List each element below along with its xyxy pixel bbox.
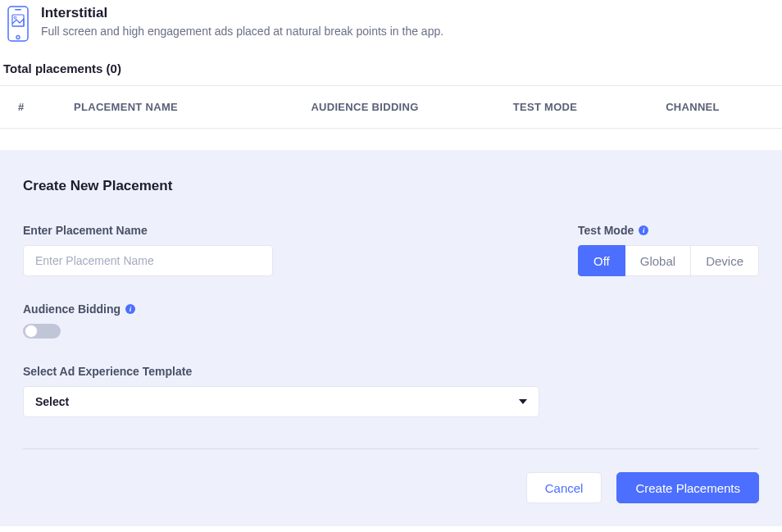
svg-point-4 bbox=[14, 16, 16, 19]
template-label: Select Ad Experience Template bbox=[23, 365, 759, 378]
placements-table: # PLACEMENT NAME AUDIENCE BIDDING TEST M… bbox=[0, 85, 782, 129]
placement-name-field-group: Enter Placement Name bbox=[23, 224, 273, 276]
audience-bidding-label-row: Audience Bidding i bbox=[23, 302, 759, 316]
template-field-group: Select Ad Experience Template Select bbox=[23, 365, 759, 417]
col-header-audience: AUDIENCE BIDDING bbox=[262, 101, 467, 113]
page-title: Interstitial bbox=[41, 5, 443, 21]
total-placements-label: Total placements (0) bbox=[0, 42, 782, 85]
page-header: Interstitial Full screen and high engage… bbox=[0, 0, 782, 42]
col-header-test: TEST MODE bbox=[467, 101, 623, 113]
create-placements-button[interactable]: Create Placements bbox=[616, 472, 759, 503]
test-mode-label: Test Mode bbox=[578, 224, 634, 237]
info-icon[interactable]: i bbox=[639, 225, 648, 235]
audience-bidding-label: Audience Bidding bbox=[23, 302, 120, 316]
placement-name-input[interactable] bbox=[23, 245, 273, 276]
template-select[interactable]: Select bbox=[23, 386, 539, 417]
info-icon[interactable]: i bbox=[125, 304, 135, 314]
form-row-top: Enter Placement Name Test Mode i Off Glo… bbox=[23, 224, 759, 276]
audience-bidding-toggle[interactable] bbox=[23, 324, 61, 339]
table-header-row: # PLACEMENT NAME AUDIENCE BIDDING TEST M… bbox=[0, 101, 782, 113]
cancel-button[interactable]: Cancel bbox=[526, 472, 602, 503]
audience-bidding-field-group: Audience Bidding i bbox=[23, 302, 759, 339]
test-mode-off-button[interactable]: Off bbox=[578, 245, 625, 276]
page-subtitle: Full screen and high engagement ads plac… bbox=[41, 25, 443, 38]
form-divider bbox=[23, 448, 759, 449]
test-mode-label-row: Test Mode i bbox=[578, 224, 648, 237]
title-block: Interstitial Full screen and high engage… bbox=[41, 5, 443, 38]
col-header-num: # bbox=[0, 101, 74, 113]
create-placement-form: Create New Placement Enter Placement Nam… bbox=[0, 150, 782, 526]
svg-rect-1 bbox=[15, 9, 21, 11]
form-actions: Cancel Create Placements bbox=[23, 472, 759, 503]
col-header-name: PLACEMENT NAME bbox=[74, 101, 262, 113]
toggle-knob bbox=[25, 325, 38, 338]
svg-point-2 bbox=[16, 35, 20, 39]
chevron-down-icon bbox=[519, 399, 527, 404]
template-select-value: Select bbox=[35, 395, 69, 408]
form-title: Create New Placement bbox=[23, 178, 759, 194]
test-mode-field-group: Test Mode i Off Global Device bbox=[578, 224, 759, 276]
test-mode-device-button[interactable]: Device bbox=[691, 245, 759, 276]
test-mode-global-button[interactable]: Global bbox=[625, 245, 691, 276]
placement-name-label: Enter Placement Name bbox=[23, 224, 273, 237]
test-mode-segmented-control: Off Global Device bbox=[578, 245, 759, 276]
col-header-channel: CHANNEL bbox=[623, 101, 762, 113]
interstitial-icon bbox=[7, 5, 30, 42]
